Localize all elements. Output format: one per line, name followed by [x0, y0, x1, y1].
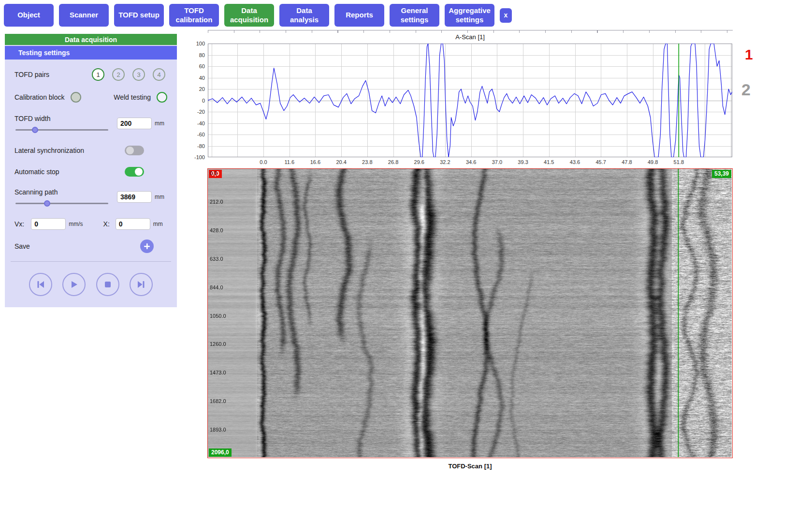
tofd-pairs-row: TOFD pairs 1 2 3 4 — [5, 66, 177, 83]
ascan-y-axis: 100806040200-20-40-60-80-100 — [188, 44, 205, 157]
divider — [11, 261, 171, 262]
tofd-pair-2[interactable]: 2 — [112, 68, 125, 81]
ascan-ytick: 60 — [199, 63, 205, 69]
tab-tofd-setup[interactable]: TOFD setup — [114, 4, 164, 27]
bscan-length-chip: 2096,0 — [209, 448, 232, 457]
tab-reports[interactable]: Reports — [334, 4, 384, 27]
ascan-xtick: 47.8 — [622, 159, 632, 165]
ascan-xtick: 49.8 — [648, 159, 658, 165]
x-label: X: — [103, 220, 110, 228]
vx-label: Vx: — [14, 220, 24, 228]
tofd-pairs-label: TOFD pairs — [14, 71, 49, 78]
calibration-block-label: Calibration block — [14, 93, 65, 101]
tab-scanner[interactable]: Scanner — [59, 4, 109, 27]
lateral-sync-label: Lateral synchronization — [14, 147, 84, 154]
slider-track — [15, 129, 108, 131]
skip-forward-icon — [136, 280, 146, 289]
x-input[interactable] — [116, 218, 150, 230]
ascan-xtick: 45.7 — [595, 159, 606, 165]
save-row: Save — [5, 239, 177, 254]
ascan-title: A-Scan [1] — [208, 33, 732, 41]
bscan-plot[interactable]: 0,0 53,39 2096,0 — [207, 168, 733, 458]
ascan-ytick: -60 — [197, 132, 205, 137]
tab-general-settings[interactable]: General settings — [390, 4, 439, 27]
scanning-path-unit: mm — [155, 194, 164, 200]
lateral-sync-toggle[interactable] — [125, 146, 144, 155]
play-icon — [69, 280, 79, 289]
close-button[interactable]: x — [500, 8, 512, 23]
ascan-xtick: 34.6 — [466, 159, 476, 165]
ascan-ytick: 100 — [196, 41, 205, 46]
skip-back-icon — [36, 280, 45, 289]
bscan-canvas[interactable] — [208, 169, 732, 457]
playback-controls — [5, 269, 177, 300]
slider-thumb[interactable] — [44, 200, 50, 207]
tofd-width-unit: mm — [155, 120, 164, 127]
ascan-ytick: 80 — [199, 52, 205, 58]
skip-to-end-button[interactable] — [130, 273, 153, 296]
channel-2-indicator[interactable]: 2 — [741, 80, 751, 99]
ascan-canvas[interactable] — [208, 44, 732, 157]
tab-aggregative-settings[interactable]: Aggregative settings — [445, 4, 494, 27]
ascan-xtick: 32.2 — [440, 159, 450, 165]
ascan-xtick: 41.5 — [544, 159, 554, 165]
scanning-path-row: Scanning path mm — [5, 184, 177, 210]
tab-tofd-calibration[interactable]: TOFD calibration — [169, 4, 219, 27]
tab-data-analysis[interactable]: Data analysis — [279, 4, 329, 27]
settings-panel: Data acquisition Testing settings TOFD p… — [5, 34, 177, 307]
ascan-xtick: 39.3 — [518, 159, 528, 165]
ascan-xtick: 20.4 — [336, 159, 346, 165]
ascan-ytick: -100 — [194, 154, 205, 160]
x-unit: mm — [153, 221, 163, 227]
ascan-xtick: 16.6 — [310, 159, 320, 165]
panel-title: Data acquisition — [5, 34, 177, 45]
auto-stop-toggle[interactable] — [125, 167, 144, 177]
ascan-ytick: -40 — [197, 120, 205, 126]
scanning-path-input[interactable] — [117, 191, 152, 203]
ascan-ytick: 40 — [199, 75, 205, 81]
tofd-pair-3[interactable]: 3 — [132, 68, 145, 81]
tofd-width-row: TOFD width mm — [5, 110, 177, 136]
bscan-cursor-value-chip: 53,39 — [712, 170, 731, 178]
vx-unit: mm/s — [69, 221, 83, 227]
slider-track — [15, 203, 108, 204]
ascan-xtick: 23.8 — [362, 159, 372, 165]
ascan-xtick: 43.6 — [570, 159, 580, 165]
tofd-width-input[interactable] — [117, 118, 152, 129]
tofd-pair-4[interactable]: 4 — [153, 68, 165, 81]
vx-input[interactable] — [31, 218, 66, 230]
ascan-x-axis: 0.011.616.620.423.826.829.632.234.637.03… — [208, 159, 732, 166]
skip-to-start-button[interactable] — [29, 273, 52, 296]
scanning-path-label: Scanning path — [14, 188, 117, 196]
weld-testing-label: Weld testing — [114, 93, 151, 101]
scanning-path-slider[interactable] — [15, 200, 108, 206]
ascan-ytick: 20 — [199, 86, 205, 92]
toggle-knob — [135, 168, 143, 176]
tab-object[interactable]: Object — [4, 4, 54, 27]
scan-position-ruler — [208, 30, 733, 33]
save-label: Save — [14, 242, 30, 250]
calibration-block-radio[interactable] — [71, 92, 81, 103]
tofd-pair-1[interactable]: 1 — [92, 68, 104, 81]
tab-data-acquisition[interactable]: Data acquisition — [224, 4, 274, 27]
save-add-button[interactable] — [140, 239, 154, 253]
toggle-knob — [126, 147, 134, 154]
tofd-width-label: TOFD width — [14, 115, 117, 122]
play-button[interactable] — [62, 273, 86, 296]
tofd-width-slider[interactable] — [15, 127, 108, 133]
stop-button[interactable] — [96, 273, 119, 296]
ascan-xtick: 29.6 — [414, 159, 424, 165]
weld-testing-radio[interactable] — [157, 92, 167, 103]
auto-stop-label: Automatic stop — [14, 168, 59, 176]
speed-position-row: Vx: mm/s X: mm — [5, 218, 177, 230]
ascan-xtick: 11.6 — [284, 159, 294, 165]
ascan-ytick: -20 — [197, 109, 205, 115]
section-header-testing-settings[interactable]: Testing settings — [5, 46, 177, 60]
ascan-ytick: 0 — [202, 98, 205, 104]
stop-icon — [103, 280, 113, 289]
plus-icon — [144, 243, 150, 250]
ascan-plot[interactable] — [208, 44, 732, 157]
channel-1-indicator[interactable]: 1 — [745, 46, 753, 63]
ascan-xtick: 0.0 — [260, 159, 267, 165]
slider-thumb[interactable] — [32, 127, 38, 133]
